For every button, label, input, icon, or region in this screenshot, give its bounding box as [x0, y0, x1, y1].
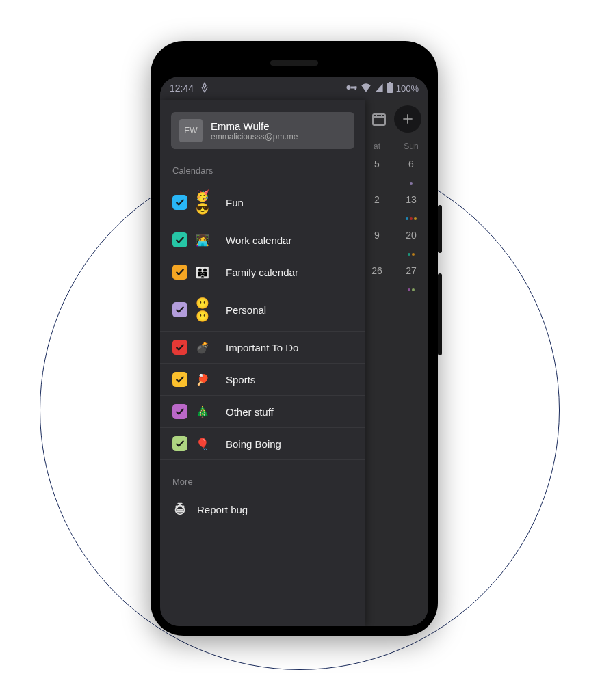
- svg-rect-4: [389, 82, 391, 83]
- calendar-name: Other stuff: [226, 406, 353, 418]
- calendar-emoji: 🏓: [196, 373, 218, 386]
- calendar-name: Boing Boing: [226, 438, 353, 450]
- check-icon: [175, 198, 185, 207]
- calendar-item[interactable]: 🎄Other stuff: [160, 396, 365, 428]
- svg-rect-3: [387, 83, 393, 92]
- status-bar: 12:44: [160, 77, 428, 100]
- calendar-item[interactable]: 🎈Boing Boing: [160, 428, 365, 460]
- navigation-drawer: EW Emma Wulfe emmaliciousss@pm.me Calend…: [160, 100, 365, 626]
- calendar-emoji: 👨‍👩‍👧: [196, 266, 218, 279]
- battery-icon: [387, 82, 393, 95]
- calendar-checkbox[interactable]: [172, 340, 187, 355]
- more-item[interactable]: Report bug: [160, 492, 365, 526]
- calendar-item[interactable]: 😶😶Personal: [160, 288, 365, 332]
- calendar-item[interactable]: 🏓Sports: [160, 364, 365, 396]
- calendar-emoji: 🎄: [196, 405, 218, 418]
- calendar-checkbox[interactable]: [172, 436, 187, 451]
- check-icon: [175, 439, 185, 448]
- phone-screen: 12:44: [160, 77, 428, 626]
- check-icon: [175, 267, 185, 277]
- calendar-emoji: 👩‍💻: [196, 234, 218, 247]
- calendar-checkbox[interactable]: [172, 265, 187, 280]
- phone-speaker: [270, 60, 318, 66]
- near-share-icon: [199, 82, 210, 95]
- calendar-emoji: 🥳😎: [196, 189, 218, 215]
- svg-point-0: [346, 85, 350, 90]
- calendar-item[interactable]: 👩‍💻Work calendar: [160, 224, 365, 256]
- calendar-name: Important To Do: [226, 342, 353, 353]
- more-item-label: Report bug: [197, 504, 248, 515]
- more-section-label: More: [172, 476, 353, 487]
- svg-rect-2: [354, 86, 356, 90]
- svg-rect-1: [350, 86, 356, 88]
- wifi-icon: [361, 83, 371, 94]
- account-email: emmaliciousss@pm.me: [211, 132, 298, 142]
- calendar-list: 🥳😎Fun👩‍💻Work calendar👨‍👩‍👧Family calenda…: [160, 181, 365, 460]
- calendar-emoji: 😶😶: [196, 297, 218, 323]
- calendar-name: Family calendar: [226, 267, 353, 278]
- account-name: Emma Wulfe: [211, 120, 298, 132]
- signal-icon: [374, 83, 384, 94]
- check-icon: [175, 235, 185, 245]
- calendar-emoji: 💣: [196, 341, 218, 354]
- avatar: EW: [179, 119, 203, 142]
- calendar-item[interactable]: 💣Important To Do: [160, 332, 365, 364]
- vpn-key-icon: [345, 83, 358, 94]
- calendar-emoji: 🎈: [196, 438, 218, 450]
- calendar-name: Personal: [226, 304, 353, 316]
- calendar-item[interactable]: 👨‍👩‍👧Family calendar: [160, 256, 365, 288]
- check-icon: [175, 375, 185, 384]
- calendars-section-label: Calendars: [172, 165, 353, 176]
- calendar-checkbox[interactable]: [172, 195, 187, 210]
- calendar-item[interactable]: 🥳😎Fun: [160, 181, 365, 224]
- status-time: 12:44: [170, 83, 194, 94]
- calendar-checkbox[interactable]: [172, 232, 187, 247]
- check-icon: [175, 305, 185, 314]
- check-icon: [175, 342, 185, 352]
- phone-frame: 12:44: [151, 41, 438, 636]
- calendar-checkbox[interactable]: [172, 302, 187, 317]
- battery-text: 100%: [396, 83, 419, 94]
- calendar-name: Work calendar: [226, 234, 353, 246]
- bug-icon: [172, 502, 187, 517]
- calendar-checkbox[interactable]: [172, 372, 187, 387]
- check-icon: [175, 407, 185, 416]
- calendar-name: Sports: [226, 374, 353, 386]
- calendar-name: Fun: [226, 197, 353, 208]
- account-card[interactable]: EW Emma Wulfe emmaliciousss@pm.me: [171, 112, 354, 149]
- calendar-checkbox[interactable]: [172, 404, 187, 419]
